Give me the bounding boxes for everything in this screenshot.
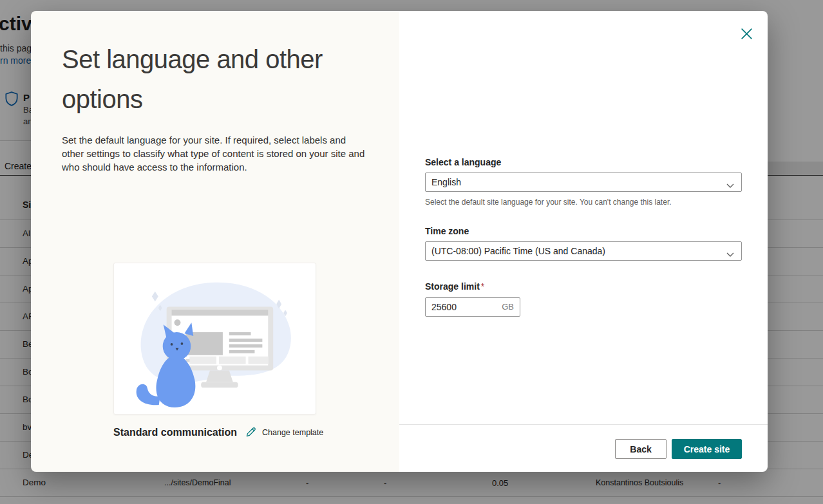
dialog-description: Set the default language for your site. … [62, 133, 367, 174]
pencil-icon[interactable] [245, 426, 257, 438]
timezone-value: (UTC-08:00) Pacific Time (US and Canada) [431, 246, 605, 256]
chevron-down-icon [726, 180, 734, 191]
screen: ctive this pag rn more P Ba an Create Si… [0, 0, 823, 504]
dialog-left-pane: Set language and other options Set the d… [31, 11, 399, 472]
storage-limit-field: GB [425, 297, 520, 317]
required-asterisk: * [481, 281, 484, 292]
language-label: Select a language [425, 157, 501, 167]
language-helper-text: Select the default site language for you… [425, 198, 672, 207]
template-name: Standard communication [113, 427, 237, 438]
template-preview-card [113, 263, 316, 415]
create-site-dialog: Set language and other options Set the d… [31, 11, 768, 472]
dialog-right-pane: Select a language English Select the def… [399, 11, 768, 472]
dialog-title: Set language and other options [62, 39, 370, 119]
footer-divider [399, 424, 768, 425]
storage-unit: GB [502, 302, 514, 312]
chevron-down-icon [726, 249, 734, 259]
storage-limit-label: Storage limit* [425, 281, 484, 292]
timezone-label: Time zone [425, 226, 469, 236]
change-template-link[interactable]: Change template [262, 428, 323, 437]
create-site-button[interactable]: Create site [672, 439, 742, 459]
timezone-dropdown[interactable]: (UTC-08:00) Pacific Time (US and Canada) [425, 241, 742, 261]
language-dropdown[interactable]: English [425, 173, 742, 192]
close-icon [740, 27, 753, 42]
back-button[interactable]: Back [615, 439, 667, 459]
cat-and-monitor-illustration [114, 263, 316, 414]
close-button[interactable] [737, 25, 756, 44]
language-value: English [431, 177, 461, 187]
template-caption: Standard communication Change template [113, 426, 323, 438]
